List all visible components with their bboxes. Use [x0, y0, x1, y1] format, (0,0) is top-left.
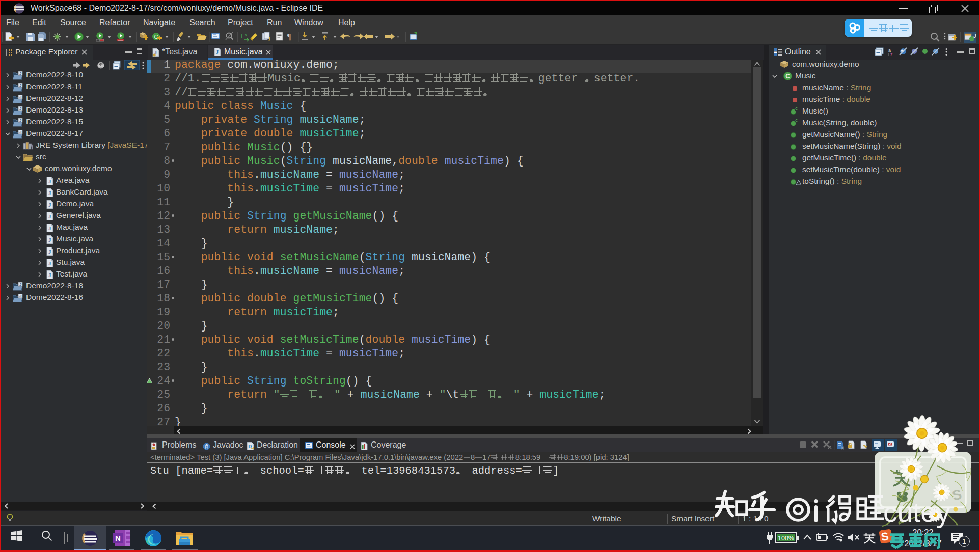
svg-text:J: J	[19, 118, 21, 123]
svg-text:J: J	[19, 106, 21, 111]
svg-text:J: J	[48, 178, 51, 184]
svg-text:J: J	[48, 249, 51, 255]
svg-text:f°: f°	[240, 33, 248, 40]
svg-text:¶: ¶	[287, 32, 291, 41]
svg-text:N: N	[115, 534, 121, 542]
svg-text:J: J	[216, 49, 219, 55]
svg-text:z: z	[890, 52, 893, 57]
svg-text:cutey: cutey	[883, 496, 950, 528]
svg-text:J: J	[19, 282, 21, 287]
svg-text:J: J	[48, 272, 51, 278]
svg-text:@: @	[205, 444, 208, 450]
svg-text:J: J	[48, 225, 51, 231]
svg-text:100%: 100%	[778, 535, 794, 542]
svg-text:c: c	[795, 118, 798, 123]
svg-text:J: J	[48, 202, 51, 208]
svg-text:J: J	[48, 237, 51, 243]
svg-text:J: J	[19, 294, 21, 298]
svg-text:J: J	[48, 190, 51, 196]
svg-text:J: J	[48, 260, 51, 266]
svg-text:J: J	[19, 83, 21, 88]
svg-text:c: c	[795, 106, 798, 111]
svg-text:J: J	[48, 213, 51, 219]
svg-text:C: C	[785, 73, 790, 80]
svg-text:J: J	[973, 33, 976, 39]
svg-text:J: J	[19, 95, 21, 99]
svg-text:J: J	[19, 130, 21, 134]
svg-text:J: J	[19, 71, 21, 76]
